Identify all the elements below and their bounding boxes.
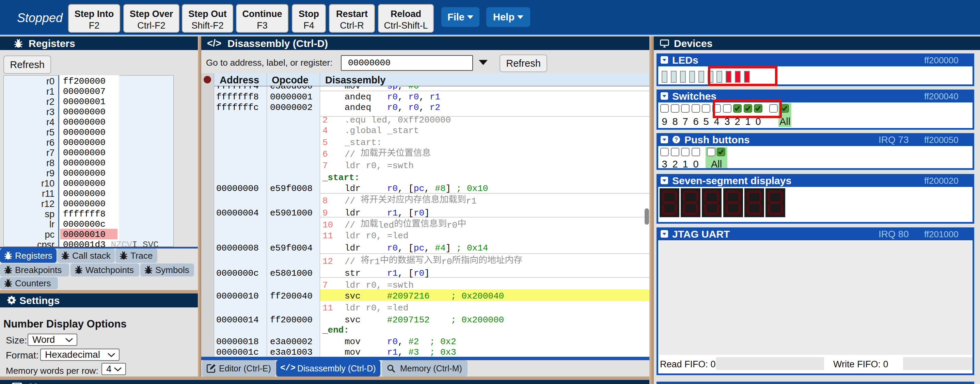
svg-text://: // [345,196,355,206]
svg-text://: // [345,149,355,160]
svg-text://: // [345,220,355,230]
svg-text:r1: r1 [369,257,380,267]
svg-text:led: led [378,220,394,230]
svg-text:r0: r0 [447,220,457,230]
svg-text:r0: r0 [441,257,452,267]
svg-text:?: ? [675,137,678,143]
svg-text:r1: r1 [466,196,476,206]
svg-text://: // [345,257,355,267]
